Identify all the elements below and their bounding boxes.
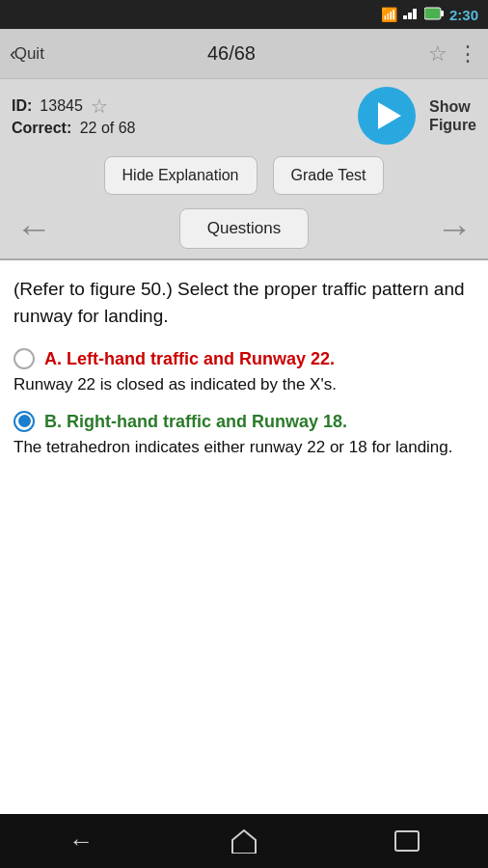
answer-b-label-row: B. Right-hand traffic and Runway 18. <box>14 409 474 434</box>
button-row: Hide Explanation Grade Test <box>0 150 488 201</box>
answer-a-explanation: Runway 22 is closed as indicated by the … <box>14 373 474 397</box>
battery-icon <box>424 7 444 23</box>
next-button[interactable]: → <box>428 210 480 247</box>
more-options-button[interactable]: ⋮ <box>457 41 478 67</box>
content-area: (Refer to figure 50.) Select the proper … <box>0 260 488 814</box>
star-icon[interactable]: ☆ <box>91 95 108 118</box>
correct-label: Correct: <box>12 120 71 136</box>
recents-button[interactable] <box>378 820 436 862</box>
back-button[interactable]: ← <box>52 820 110 862</box>
signal-icon <box>403 6 419 24</box>
nav-bar: ‹ Quit 46/68 ☆ ⋮ <box>0 29 488 79</box>
hide-explanation-button[interactable]: Hide Explanation <box>104 156 258 195</box>
answer-b-explanation: The tetrahedron indicates either runway … <box>14 436 474 460</box>
correct-value: 22 of 68 <box>80 120 136 136</box>
wifi-icon: 📶 <box>381 7 397 22</box>
bookmark-button[interactable]: ☆ <box>428 41 447 67</box>
answer-option-a: A. Left-hand traffic and Runway 22. Runw… <box>14 346 474 397</box>
svg-marker-1 <box>408 13 412 19</box>
play-triangle-icon <box>378 102 401 129</box>
svg-marker-0 <box>403 15 407 19</box>
play-area: Show Figure <box>358 87 476 145</box>
recents-icon <box>394 830 420 852</box>
status-time: 2:30 <box>449 7 478 23</box>
show-figure-label: Show Figure <box>429 97 476 134</box>
answer-option-b: B. Right-hand traffic and Runway 18. The… <box>14 409 474 460</box>
info-bar: ID: 13845 ☆ Correct: 22 of 68 Show Figur… <box>0 79 488 150</box>
home-button[interactable] <box>215 820 273 862</box>
grade-test-button[interactable]: Grade Test <box>273 156 385 195</box>
id-label: ID: <box>12 97 32 115</box>
prev-button[interactable]: ← <box>8 210 60 247</box>
answer-a-radio[interactable] <box>14 348 35 369</box>
info-left: ID: 13845 ☆ Correct: 22 of 68 <box>12 95 358 137</box>
back-arrow-icon: ← <box>68 827 94 856</box>
svg-rect-5 <box>425 9 440 18</box>
svg-rect-4 <box>441 11 444 16</box>
nav-row: ← Questions → <box>0 201 488 260</box>
id-row: ID: 13845 ☆ <box>12 95 358 118</box>
question-text: (Refer to figure 50.) Select the proper … <box>14 276 474 329</box>
svg-marker-6 <box>232 830 256 854</box>
svg-rect-7 <box>395 831 419 851</box>
home-icon <box>230 828 258 854</box>
answer-b-radio[interactable] <box>14 411 35 432</box>
svg-marker-2 <box>413 9 417 19</box>
questions-button[interactable]: Questions <box>179 208 310 249</box>
id-value: 13845 <box>40 97 83 115</box>
correct-row: Correct: 22 of 68 <box>12 120 358 137</box>
quit-button[interactable]: ‹ Quit <box>10 42 44 65</box>
play-button[interactable] <box>358 87 416 145</box>
answer-a-label-row: A. Left-hand traffic and Runway 22. <box>14 346 474 371</box>
bottom-nav: ← <box>0 814 488 868</box>
status-bar: 📶 2:30 <box>0 0 488 29</box>
answer-b-text: B. Right-hand traffic and Runway 18. <box>44 409 347 434</box>
quit-label: Quit <box>14 44 44 64</box>
progress-label: 46/68 <box>44 42 419 65</box>
answer-a-text: A. Left-hand traffic and Runway 22. <box>44 346 335 371</box>
